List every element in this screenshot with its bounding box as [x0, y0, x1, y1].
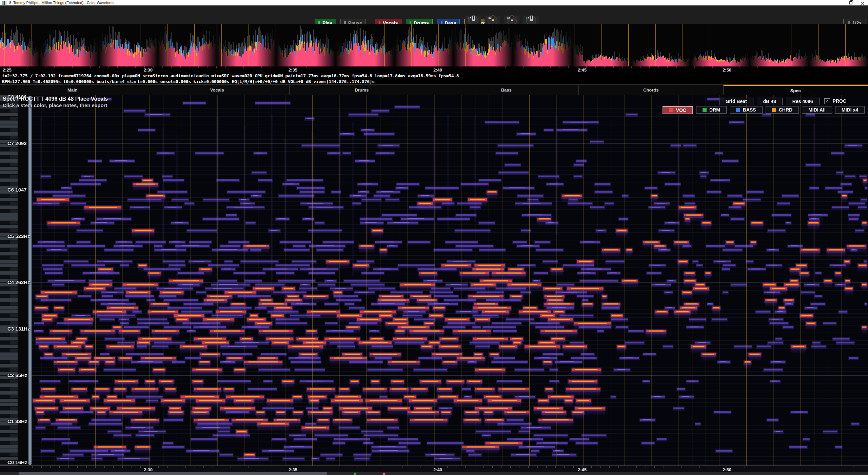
window-title: 8. Tommy Phillips - Million Things (Exte…	[9, 1, 114, 5]
restore-icon	[849, 1, 852, 4]
tab-bar: Main Vocals Drums Bass Chords Spec	[0, 84, 868, 95]
note-frequency-label: C4 262Hz	[7, 279, 30, 285]
timeline-ticks	[32, 466, 868, 468]
spectrogram-playhead	[217, 95, 217, 472]
grid-beat-button[interactable]: Grid Beat	[719, 98, 753, 105]
app-window: 8. Tommy Phillips - Million Things (Exte…	[0, 0, 868, 475]
chrd-button[interactable]: CHRD	[766, 106, 799, 114]
tab-bass[interactable]: Bass	[434, 85, 579, 95]
stem-color-swatch-icon	[736, 108, 740, 112]
knob-value: +0	[487, 17, 491, 20]
spec-info-label: FFT 4096 dB 48 Place Vocals	[34, 96, 108, 102]
scrollbar-marker	[383, 473, 385, 475]
knob-pointer-icon	[492, 16, 494, 21]
minimize-icon	[837, 3, 841, 3]
close-button[interactable]	[856, 0, 868, 5]
scrollbar-marker	[354, 473, 356, 475]
tab-vocals[interactable]: Vocals	[145, 85, 290, 95]
midi-all-button[interactable]: MIDI All	[802, 106, 832, 114]
stem-color-swatch-icon	[669, 108, 673, 112]
wave-time-label: 2:35	[289, 67, 297, 73]
note-frequency-label: C2 65Hz	[7, 372, 27, 378]
note-frequency-label: C5 523Hz	[7, 233, 30, 239]
spec-time-label: 2:45	[578, 467, 587, 472]
status-line-2: BPM=127.960 T=0.468895s t0=0.000000s bea…	[2, 79, 867, 85]
db-range-button[interactable]: dB 48	[757, 98, 783, 105]
knob-value: +0	[526, 17, 529, 20]
proc-label: PROC	[833, 98, 846, 104]
button-label: BASS	[743, 107, 756, 113]
wave-time-label: 2:25	[3, 67, 12, 73]
note-frequency-label: C6 1047	[7, 187, 27, 193]
stem-color-swatch-icon	[703, 108, 707, 112]
button-label: DRM	[709, 107, 720, 113]
knob-pointer-icon	[472, 16, 475, 21]
note-frequency-label: C1 33Hz	[7, 418, 27, 424]
close-icon	[861, 1, 864, 5]
knob-value: +0	[468, 17, 471, 20]
tab-spec[interactable]: Spec	[724, 85, 868, 95]
spectrogram-timeline[interactable]: 2:302:352:402:452:50	[0, 466, 868, 472]
button-label: VOC	[676, 107, 686, 113]
minimize-button[interactable]	[833, 0, 845, 5]
horizontal-scrollbar[interactable]	[0, 472, 868, 475]
button-label: CHRD	[779, 107, 792, 113]
note-frequency-label: C0 16Hz	[7, 459, 27, 465]
spec-time-label: 2:35	[289, 467, 297, 472]
spec-time-label: 2:40	[433, 467, 442, 472]
midi-x4-button[interactable]: MIDI x4	[835, 106, 865, 114]
wave-time-label: 2:40	[433, 67, 442, 73]
wave-time-label: 2:50	[723, 67, 731, 73]
spec-time-label: 2:50	[723, 467, 731, 472]
note-frequency-label: C3 131Hz	[7, 326, 30, 332]
tab-chords[interactable]: Chords	[579, 85, 724, 95]
note-frequency-label: C7 2093	[7, 140, 27, 146]
maximize-button[interactable]	[845, 0, 856, 5]
waveform-canvas[interactable]	[0, 24, 868, 66]
spec-mode-label: Spec PROC	[3, 96, 33, 102]
proc-toggle[interactable]: ✓ PROC	[823, 98, 848, 104]
spec-hint-label: Click a stem color, place notes, then ex…	[3, 102, 107, 108]
knob-pointer-icon	[511, 16, 513, 21]
resolution-button[interactable]: Res 4096	[786, 98, 820, 105]
status-line-1: t=2:32.375 / 7:02.192 frame=6719764 zoom…	[2, 73, 867, 79]
stem-color-swatch-icon	[772, 108, 776, 112]
horizontal-scrollbar-thumb[interactable]	[19, 472, 327, 475]
knob-pointer-icon	[530, 16, 533, 21]
spec-time-label: 2:30	[144, 467, 153, 472]
knob-value: +0	[507, 17, 510, 20]
tab-drums[interactable]: Drums	[290, 85, 434, 95]
proc-checkbox-icon[interactable]: ✓	[824, 98, 830, 104]
wave-time-label: 2:30	[144, 67, 153, 73]
wave-time-label: 2:45	[578, 67, 587, 73]
spectrogram-canvas[interactable]	[0, 95, 868, 466]
toolbar: Play Pause Vocals Drums Bass Chords +0LO…	[0, 5, 868, 24]
bass-button[interactable]: BASS	[730, 106, 763, 114]
waveform-playhead	[217, 24, 217, 73]
drm-button[interactable]: DRM	[696, 106, 727, 114]
waveform-timeline[interactable]: 2:252:302:352:402:452:50	[0, 66, 868, 73]
status-readout: t=2:32.375 / 7:02.192 frame=6719764 zoom…	[2, 73, 867, 84]
app-icon	[2, 1, 6, 5]
button-label: MIDI All	[808, 107, 826, 113]
voc-button[interactable]: VOC	[663, 106, 693, 114]
title-bar: 8. Tommy Phillips - Million Things (Exte…	[0, 0, 868, 5]
button-label: MIDI x4	[842, 107, 858, 113]
